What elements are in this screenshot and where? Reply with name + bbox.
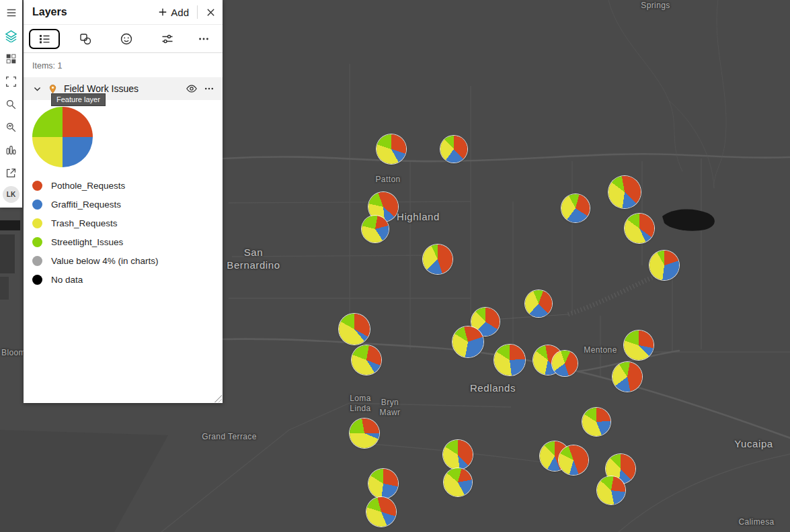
menu-button[interactable] bbox=[0, 1, 22, 24]
pie-chart-marker[interactable] bbox=[613, 362, 642, 392]
tab-style[interactable] bbox=[111, 29, 142, 49]
panel-title: Layers bbox=[32, 6, 67, 18]
map-place-label: San Bernardino bbox=[227, 247, 280, 272]
layer-name: Field Work Issues bbox=[64, 83, 180, 94]
legend-section: Pothole_Requests Graffiti_Requests Trash… bbox=[24, 100, 223, 403]
charts-icon bbox=[5, 144, 17, 156]
layers-panel: Layers Add bbox=[24, 0, 223, 403]
menu-icon bbox=[5, 7, 17, 19]
pie-chart-marker[interactable] bbox=[350, 418, 379, 448]
tab-more-options[interactable] bbox=[193, 29, 214, 49]
list-icon bbox=[38, 32, 51, 46]
chevron-down-icon[interactable] bbox=[33, 85, 42, 93]
legend-label: Streetlight_Issues bbox=[51, 237, 123, 247]
map-place-label: Mentone bbox=[584, 345, 617, 355]
add-layer-button[interactable]: Add bbox=[158, 7, 189, 18]
explore-button[interactable] bbox=[0, 116, 22, 138]
legend-label: Graffiti_Requests bbox=[51, 200, 121, 210]
map-place-label: Yucaipa bbox=[734, 438, 773, 451]
explore-magnifier-icon bbox=[5, 122, 17, 133]
legend-row: Value below 4% (in charts) bbox=[32, 256, 214, 266]
tab-layer-list[interactable] bbox=[29, 29, 60, 49]
pie-chart-marker[interactable] bbox=[452, 326, 483, 357]
user-avatar[interactable]: LK bbox=[3, 186, 19, 203]
pie-chart-marker[interactable] bbox=[625, 214, 654, 243]
panel-header: Layers Add bbox=[24, 0, 223, 25]
search-icon bbox=[5, 99, 17, 110]
close-panel-button[interactable] bbox=[206, 7, 216, 17]
legend-color-dot bbox=[32, 200, 42, 210]
left-toolbar: LK bbox=[0, 0, 22, 208]
layers-button[interactable] bbox=[0, 24, 22, 47]
app-root: SpringsPattonHighlandSan BernardinoMento… bbox=[0, 0, 790, 532]
add-layer-label: Add bbox=[171, 7, 189, 18]
layers-icon bbox=[5, 30, 17, 42]
feature-layer-tooltip: Feature layer bbox=[51, 93, 106, 106]
pie-chart-marker[interactable] bbox=[624, 330, 654, 360]
pie-chart-marker[interactable] bbox=[597, 476, 625, 504]
tab-settings[interactable] bbox=[152, 29, 183, 49]
legend-color-dot bbox=[32, 218, 42, 228]
highway-lines bbox=[223, 154, 790, 438]
pie-chart-marker[interactable] bbox=[366, 497, 396, 527]
items-count: Items: 1 bbox=[24, 53, 223, 73]
search-button[interactable] bbox=[0, 93, 22, 116]
map-place-label: Highland bbox=[397, 211, 440, 224]
pie-chart-marker[interactable] bbox=[561, 194, 590, 222]
river-lines bbox=[608, 0, 726, 188]
map-place-label: Bloom bbox=[1, 348, 26, 358]
pie-chart-marker[interactable] bbox=[443, 440, 473, 470]
extent-button[interactable] bbox=[0, 70, 22, 93]
map-place-label: Bryn Mawr bbox=[380, 398, 401, 418]
sliders-icon bbox=[161, 32, 174, 46]
pie-chart-marker[interactable] bbox=[352, 345, 381, 375]
legend-color-dot bbox=[32, 237, 42, 247]
legend-label: Value below 4% (in charts) bbox=[51, 256, 159, 266]
map-place-label: Loma Linda bbox=[350, 394, 371, 414]
ellipsis-icon bbox=[204, 83, 214, 94]
map-place-label: Calimesa bbox=[738, 517, 774, 527]
basemap-button[interactable] bbox=[0, 47, 22, 70]
pie-chart-marker[interactable] bbox=[552, 351, 578, 376]
extent-icon bbox=[5, 76, 17, 87]
close-icon bbox=[206, 7, 216, 17]
pie-chart-marker[interactable] bbox=[440, 136, 467, 163]
map-place-label: Redlands bbox=[470, 382, 516, 395]
legend-row: Trash_Requests bbox=[32, 218, 214, 228]
legend-label: No data bbox=[51, 275, 83, 285]
legend-label: Trash_Requests bbox=[51, 218, 118, 228]
pie-chart-marker[interactable] bbox=[362, 216, 389, 242]
charts-button[interactable] bbox=[0, 138, 22, 161]
legend-label: Pothole_Requests bbox=[51, 181, 125, 191]
pie-chart-marker[interactable] bbox=[608, 176, 641, 208]
ellipsis-icon bbox=[198, 33, 210, 45]
pie-chart-marker[interactable] bbox=[525, 290, 552, 317]
water-body bbox=[662, 209, 715, 230]
layer-options-button[interactable] bbox=[204, 83, 214, 94]
pie-chart-marker[interactable] bbox=[494, 345, 525, 375]
legend-color-dot bbox=[32, 181, 42, 191]
header-divider bbox=[197, 5, 198, 19]
tab-group-shapes[interactable] bbox=[70, 29, 101, 49]
legend-row: Streetlight_Issues bbox=[32, 237, 214, 247]
basemap-icon bbox=[5, 53, 17, 64]
pie-chart-marker[interactable] bbox=[339, 314, 370, 345]
eye-icon bbox=[186, 83, 198, 95]
pie-chart-marker[interactable] bbox=[582, 408, 610, 436]
share-button[interactable] bbox=[0, 161, 22, 184]
pie-chart-marker[interactable] bbox=[444, 468, 472, 496]
smiley-icon bbox=[120, 32, 133, 46]
share-icon bbox=[5, 167, 17, 179]
map-place-label: Patton bbox=[375, 175, 400, 185]
pie-chart-marker[interactable] bbox=[368, 469, 398, 498]
panel-tab-bar bbox=[24, 25, 223, 53]
pie-chart-marker[interactable] bbox=[559, 445, 588, 475]
map-place-label: Grand Terrace bbox=[202, 432, 257, 442]
railway-hatch bbox=[471, 269, 672, 321]
legend-row: No data bbox=[32, 275, 214, 285]
layer-visibility-button[interactable] bbox=[186, 83, 198, 95]
pie-chart-marker[interactable] bbox=[377, 134, 406, 164]
pie-chart-marker[interactable] bbox=[423, 245, 452, 274]
pie-chart-marker[interactable] bbox=[649, 251, 679, 280]
feature-layer-pin-icon bbox=[48, 84, 58, 94]
